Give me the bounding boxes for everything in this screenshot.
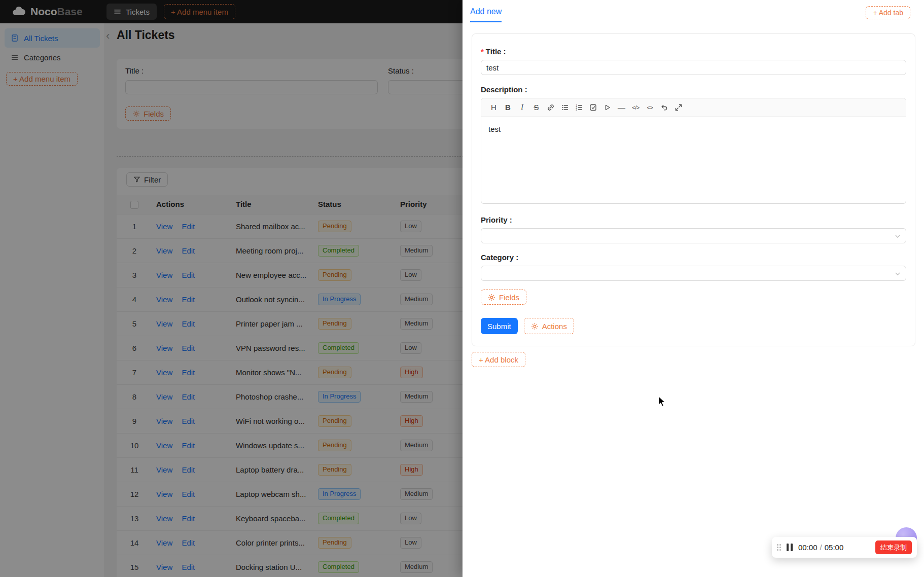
form-block: * Title : Description : H B I S 123 — </… (472, 33, 915, 346)
italic-icon[interactable]: I (516, 101, 528, 114)
chevron-down-icon (895, 233, 901, 239)
markdown-editor: H B I S 123 — </> <> test (481, 98, 906, 204)
link-icon[interactable] (544, 101, 557, 114)
priority-field-label: Priority : (481, 215, 512, 224)
title-field-label: Title : (486, 47, 506, 56)
task-list-icon[interactable] (587, 101, 599, 114)
recording-toolbar: 00:00/05:00 结束录制 (772, 537, 917, 558)
priority-select[interactable] (481, 228, 906, 243)
fullscreen-icon[interactable] (672, 101, 685, 114)
add-tab-button[interactable]: + Add tab (866, 6, 910, 19)
strikethrough-icon[interactable]: S (530, 101, 543, 114)
gear-icon (531, 322, 539, 330)
submit-button[interactable]: Submit (481, 318, 518, 334)
form-actions-row: Submit Actions (481, 318, 906, 334)
category-select[interactable] (481, 266, 906, 281)
time-separator: / (820, 543, 822, 552)
gear-icon (488, 294, 495, 301)
actions-button-label: Actions (542, 322, 567, 331)
total-time: 05:00 (825, 543, 844, 552)
editor-toolbar: H B I S 123 — </> <> (481, 98, 906, 117)
mouse-cursor (655, 394, 668, 408)
required-asterisk: * (481, 47, 484, 56)
elapsed-time: 00:00 (798, 543, 818, 552)
bold-icon[interactable]: B (502, 101, 514, 114)
chevron-down-icon (895, 271, 901, 277)
undo-icon[interactable] (658, 101, 670, 114)
recording-time: 00:00/05:00 (798, 543, 843, 552)
heading-icon[interactable]: H (487, 101, 500, 114)
editor-content[interactable]: test (481, 117, 906, 204)
title-field-label-row: * Title : (481, 47, 906, 56)
svg-text:3: 3 (576, 107, 577, 111)
drawer-tab-bar: Add new + Add tab (463, 0, 924, 28)
stop-recording-button[interactable]: 结束录制 (875, 540, 912, 554)
add-block-button[interactable]: + Add block (472, 352, 525, 367)
inline-code-icon[interactable]: <> (644, 101, 656, 114)
form-actions-button[interactable]: Actions (524, 318, 574, 334)
drag-handle-icon[interactable] (777, 544, 781, 551)
screen: NocoBase Tickets + Add menu item All Tic… (0, 0, 924, 577)
bulleted-list-icon[interactable] (558, 101, 571, 114)
title-input[interactable] (481, 60, 906, 75)
quote-icon[interactable] (601, 101, 614, 114)
fields-button-label: Fields (499, 293, 519, 302)
ordered-list-icon[interactable]: 123 (573, 101, 585, 114)
divider-icon[interactable]: — (615, 101, 628, 114)
code-block-icon[interactable]: </> (629, 101, 642, 114)
tab-add-new[interactable]: Add new (470, 7, 502, 22)
add-new-drawer: Add new + Add tab * Title : Description … (463, 0, 924, 577)
category-field-label: Category : (481, 253, 518, 262)
description-field-label: Description : (481, 85, 527, 94)
form-fields-button[interactable]: Fields (481, 290, 526, 305)
pause-icon[interactable] (787, 544, 793, 551)
